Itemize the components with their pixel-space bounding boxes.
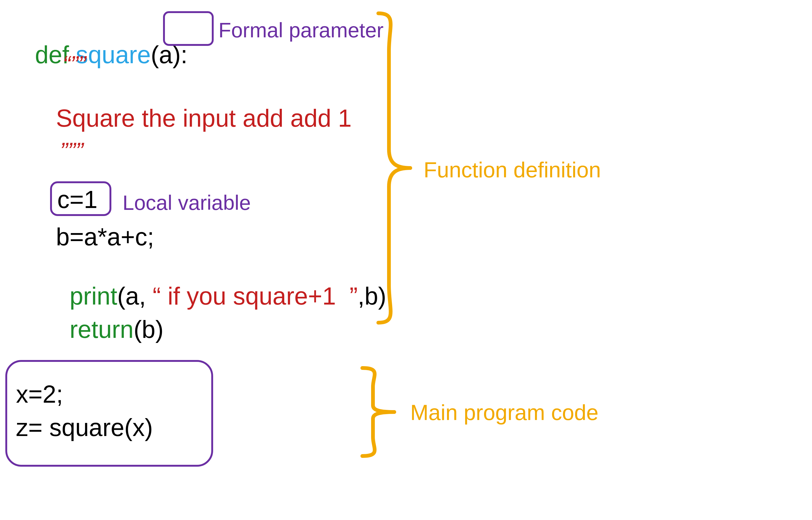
func-name: square — [76, 41, 151, 68]
main-program-box — [5, 360, 213, 467]
local-variable-box — [50, 181, 111, 216]
code-line-return: return(b) — [56, 291, 164, 342]
main-program-brace-icon — [357, 365, 400, 459]
local-variable-label: Local variable — [122, 191, 251, 215]
print-str: “ if you square+1 ” — [152, 282, 358, 310]
docstring-body: Square the input add add 1 — [56, 105, 352, 131]
return-args: (b) — [134, 316, 163, 343]
main-program-label: Main program code — [410, 400, 598, 425]
function-definition-brace-icon — [373, 11, 416, 325]
docstring-close: ””” — [60, 139, 83, 163]
kw-return: return — [69, 316, 134, 343]
formal-parameter-box — [163, 11, 214, 46]
function-definition-label: Function definition — [424, 157, 601, 182]
formal-parameter-label: Formal parameter — [219, 18, 384, 43]
docstring-open: “”” — [63, 52, 86, 77]
paren-open: ( — [151, 41, 159, 68]
code-line-body: b=a*a+c; — [56, 224, 154, 250]
code-line-def: def square(a): — [21, 16, 188, 68]
